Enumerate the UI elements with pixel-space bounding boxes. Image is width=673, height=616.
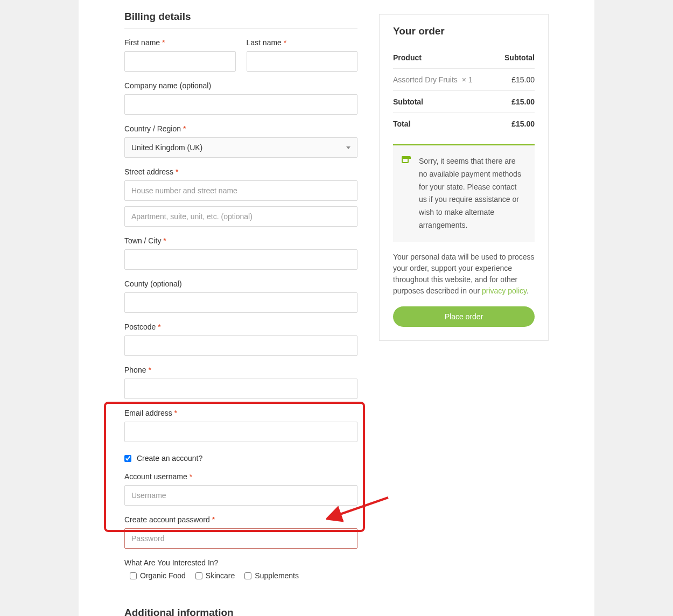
interest-skincare-checkbox[interactable] <box>195 572 202 579</box>
payment-notice-text: Sorry, it seems that there are no availa… <box>419 157 521 229</box>
interest-supplements[interactable]: Supplements <box>244 571 299 580</box>
subtotal-value: £15.00 <box>511 97 535 106</box>
create-account-label: Create an account? <box>137 454 202 463</box>
password-label-text: Create account password <box>124 515 210 524</box>
calendar-icon <box>402 156 409 163</box>
privacy-text: Your personal data will be used to proce… <box>393 251 535 297</box>
last-name-label-text: Last name <box>247 38 282 47</box>
email-input[interactable] <box>124 422 357 442</box>
username-label: Account username * <box>124 472 357 481</box>
last-name-input[interactable] <box>247 51 358 72</box>
privacy-text-2: . <box>527 286 529 295</box>
order-title: Your order <box>393 25 535 37</box>
interests-label: What Are You Interested In? <box>124 558 357 567</box>
required-mark: * <box>174 409 177 417</box>
interest-label: Supplements <box>255 571 299 580</box>
total-value: £15.00 <box>511 120 535 128</box>
billing-title: Billing details <box>124 11 357 29</box>
street-label-text: Street address <box>124 167 173 176</box>
required-mark: * <box>158 323 160 331</box>
payment-notice: Sorry, it seems that there are no availa… <box>393 144 535 242</box>
street-input-2[interactable] <box>124 206 357 227</box>
required-mark: * <box>190 472 192 481</box>
required-mark: * <box>176 167 178 176</box>
order-item-name: Assorted Dry Fruits × 1 <box>393 75 473 84</box>
email-label: Email address * <box>124 409 357 417</box>
city-label-text: Town / City <box>124 236 161 245</box>
postcode-label: Postcode * <box>124 323 357 331</box>
item-name-text: Assorted Dry Fruits <box>393 75 458 84</box>
country-label: Country / Region * <box>124 124 357 133</box>
required-mark: * <box>162 38 165 47</box>
required-mark: * <box>163 236 166 245</box>
first-name-input[interactable] <box>124 51 236 72</box>
username-label-text: Account username <box>124 472 187 481</box>
order-line-item: Assorted Dry Fruits × 1 £15.00 <box>393 69 535 91</box>
total-label: Total <box>393 120 410 128</box>
privacy-policy-link[interactable]: privacy policy <box>482 286 527 295</box>
phone-input[interactable] <box>124 379 357 399</box>
order-total-row: Total £15.00 <box>393 113 535 135</box>
street-input-1[interactable] <box>124 180 357 201</box>
country-select[interactable]: United Kingdom (UK) <box>124 137 357 158</box>
order-item-price: £15.00 <box>511 75 535 84</box>
company-input[interactable] <box>124 94 357 115</box>
interest-supplements-checkbox[interactable] <box>244 572 251 579</box>
required-mark: * <box>183 124 186 133</box>
city-label: Town / City * <box>124 236 357 245</box>
subtotal-label: Subtotal <box>393 97 423 106</box>
interest-organic-food[interactable]: Organic Food <box>130 571 186 580</box>
country-label-text: Country / Region <box>124 124 181 133</box>
interest-skincare[interactable]: Skincare <box>195 571 235 580</box>
postcode-input[interactable] <box>124 335 357 356</box>
interest-organic-food-checkbox[interactable] <box>130 572 137 579</box>
username-input[interactable] <box>124 485 357 506</box>
country-value: United Kingdom (UK) <box>131 143 202 152</box>
company-label: Company name (optional) <box>124 81 357 90</box>
create-account-checkbox[interactable] <box>124 455 131 462</box>
first-name-label: First name * <box>124 38 236 47</box>
interest-label: Organic Food <box>140 571 186 580</box>
password-label: Create account password * <box>124 515 357 524</box>
additional-info-title: Additional information <box>124 607 357 616</box>
first-name-label-text: First name <box>124 38 160 47</box>
required-mark: * <box>212 515 215 524</box>
order-header-row: Product Subtotal <box>393 47 535 69</box>
subtotal-header: Subtotal <box>504 53 535 62</box>
postcode-label-text: Postcode <box>124 323 156 331</box>
password-input[interactable] <box>124 528 357 549</box>
county-label: County (optional) <box>124 279 357 288</box>
email-label-text: Email address <box>124 409 172 417</box>
place-order-button[interactable]: Place order <box>393 306 535 327</box>
city-input[interactable] <box>124 249 357 270</box>
order-summary-box: Your order Product Subtotal Assorted Dry… <box>379 14 549 341</box>
product-header: Product <box>393 53 422 62</box>
item-qty-text: × 1 <box>462 75 473 84</box>
required-mark: * <box>284 38 286 47</box>
street-label: Street address * <box>124 167 357 176</box>
phone-label-text: Phone <box>124 366 146 374</box>
required-mark: * <box>148 366 151 374</box>
county-input[interactable] <box>124 292 357 313</box>
last-name-label: Last name * <box>247 38 358 47</box>
order-subtotal-row: Subtotal £15.00 <box>393 91 535 113</box>
phone-label: Phone * <box>124 366 357 374</box>
interest-label: Skincare <box>206 571 235 580</box>
chevron-down-icon <box>346 146 350 149</box>
